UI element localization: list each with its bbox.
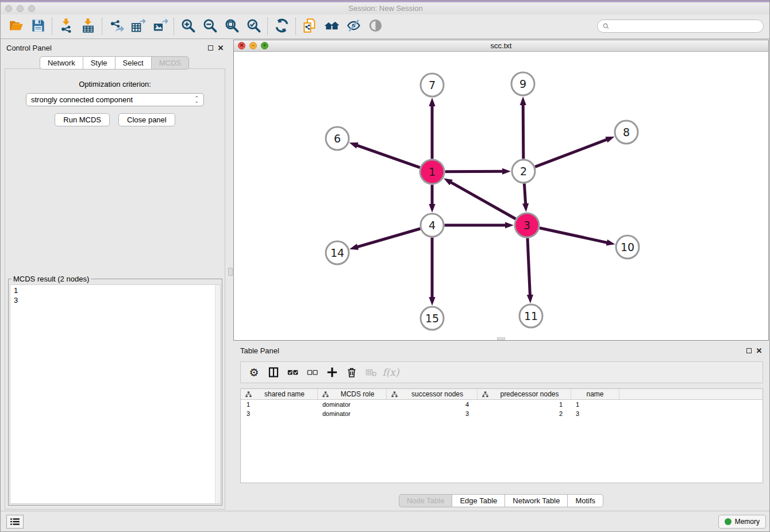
edge-3-11[interactable] [528, 238, 530, 296]
zoom-out-button[interactable] [199, 17, 221, 36]
close-panel-icon[interactable]: ✕ [215, 43, 226, 52]
cell-predecessor-nodes[interactable]: 1 [478, 401, 571, 408]
edge-2-3[interactable] [524, 183, 525, 205]
control-panel-title: Control Panel [6, 44, 52, 52]
column-header-shared-name[interactable]: shared name [241, 389, 318, 399]
control-panel-tabs: NetworkStyleSelectMCDS [1, 56, 228, 70]
float-panel-icon[interactable] [205, 43, 215, 52]
export-image-button[interactable] [149, 17, 171, 36]
add-button[interactable] [324, 364, 341, 381]
mcds-result-title: MCDS result (2 nodes) [11, 275, 91, 283]
delete-table-button [363, 364, 380, 381]
hide-display-button[interactable] [342, 17, 364, 36]
table-row-2[interactable]: 3dominator323 [241, 409, 763, 418]
tab-select[interactable]: Select [116, 56, 152, 70]
cell-shared-name[interactable]: 1 [241, 401, 318, 408]
delete-icon [346, 367, 357, 378]
memory-status-icon [725, 518, 732, 525]
zoom-in-button[interactable] [177, 17, 199, 36]
table-row-1[interactable]: 1dominator411 [241, 400, 763, 409]
edge-4-14[interactable] [357, 229, 421, 247]
node-label-1: 1 [429, 165, 436, 178]
edge-1-2[interactable] [445, 171, 503, 172]
copy-network-button[interactable] [299, 17, 321, 36]
refresh-button[interactable] [271, 17, 292, 36]
float-table-panel-icon[interactable] [744, 346, 754, 355]
network-view-window: ✕ − + scc.txt 7968124314101511 [233, 40, 769, 341]
cell-name[interactable]: 1 [571, 401, 619, 408]
column-label: MCDS role [331, 390, 384, 398]
close-panel-button[interactable]: Close panel [118, 113, 175, 126]
node-label-4: 4 [429, 219, 436, 232]
node-label-9: 9 [519, 78, 526, 90]
main-toolbar-groups [5, 17, 386, 36]
control-panel: Control Panel ✕ NetworkStyleSelectMCDS O… [1, 40, 228, 512]
home-icon [324, 18, 340, 35]
close-table-panel-icon[interactable]: ✕ [754, 346, 764, 355]
columns-icon [268, 367, 279, 378]
tab-node-table[interactable]: Node Table [399, 494, 453, 507]
zoom-fit-button[interactable] [221, 17, 242, 36]
task-history-button[interactable] [6, 515, 24, 529]
delete-button[interactable] [343, 364, 360, 381]
export-network-button[interactable] [105, 17, 127, 36]
cell-MCDS-role[interactable]: dominator [318, 410, 387, 417]
tab-mcds[interactable]: MCDS [152, 56, 189, 70]
cell-shared-name[interactable]: 3 [241, 410, 318, 417]
open-folder-button[interactable] [5, 17, 27, 36]
column-header-MCDS-role[interactable]: MCDS role [318, 389, 387, 399]
columns-button[interactable] [265, 364, 282, 381]
window-title: Session: New Session [1, 4, 770, 13]
edge-2-9[interactable] [523, 104, 523, 159]
tab-edge-table[interactable]: Edge Table [452, 494, 505, 507]
tab-motifs[interactable]: Motifs [568, 494, 603, 507]
arrowhead-1-7 [429, 98, 435, 106]
network-canvas[interactable]: 7968124314101511 [234, 52, 768, 340]
cell-successor-nodes[interactable]: 3 [387, 410, 478, 417]
network-window-titlebar[interactable]: ✕ − + scc.txt [234, 40, 768, 52]
tab-network-table[interactable]: Network Table [505, 494, 568, 507]
column-header-predecessor-nodes[interactable]: predecessor nodes [478, 389, 571, 399]
run-mcds-button[interactable]: Run MCDS [55, 113, 110, 126]
zoom-fit-icon [224, 18, 240, 35]
gear-button[interactable]: ⚙ [245, 364, 263, 381]
edge-1-6[interactable] [356, 145, 420, 168]
node-label-8: 8 [623, 126, 630, 138]
optimization-criterion-select[interactable]: strongly connected component ⌃⌄ [26, 93, 204, 106]
cell-MCDS-role[interactable]: dominator [318, 401, 387, 408]
cell-successor-nodes[interactable]: 4 [387, 401, 478, 408]
horizontal-splitter-grip[interactable] [497, 337, 505, 340]
vertical-splitter-grip[interactable] [228, 268, 233, 276]
select-all-button[interactable] [284, 364, 302, 381]
network-window-title: scc.txt [234, 41, 768, 50]
import-table-button[interactable] [77, 17, 99, 36]
application-window: Session: New Session Control Panel ✕ Net… [0, 0, 770, 532]
zoom-selected-button[interactable] [242, 17, 264, 36]
mcds-result-group: MCDS result (2 nodes) 1 3 [8, 275, 222, 506]
birdseye-button[interactable] [364, 17, 386, 36]
home-button[interactable] [321, 17, 342, 36]
column-header-name[interactable]: name [571, 389, 619, 399]
tab-network[interactable]: Network [40, 56, 83, 70]
arrowhead-3-11 [527, 295, 533, 303]
tree-icon [480, 391, 491, 398]
cell-predecessor-nodes[interactable]: 2 [478, 410, 571, 417]
result-scrollbar[interactable] [215, 285, 220, 503]
edge-3-10[interactable] [540, 228, 608, 243]
edge-2-8[interactable] [535, 139, 607, 167]
tree-icon [243, 391, 254, 398]
tab-style[interactable]: Style [83, 56, 116, 70]
mcds-result-area[interactable]: 1 3 [10, 284, 221, 504]
export-table-button[interactable] [127, 17, 149, 36]
node-label-10: 10 [621, 241, 634, 253]
edge-3-1[interactable] [450, 182, 515, 219]
import-network-button[interactable] [55, 17, 77, 36]
save-button[interactable] [27, 17, 49, 36]
export-table-icon [130, 18, 146, 35]
search-input[interactable] [613, 22, 759, 30]
deselect-all-button[interactable] [304, 364, 321, 381]
memory-button[interactable]: Memory [718, 515, 766, 529]
cell-name[interactable]: 3 [571, 410, 619, 417]
column-header-successor-nodes[interactable]: successor nodes [387, 389, 478, 399]
arrowhead-2-8 [605, 137, 614, 143]
